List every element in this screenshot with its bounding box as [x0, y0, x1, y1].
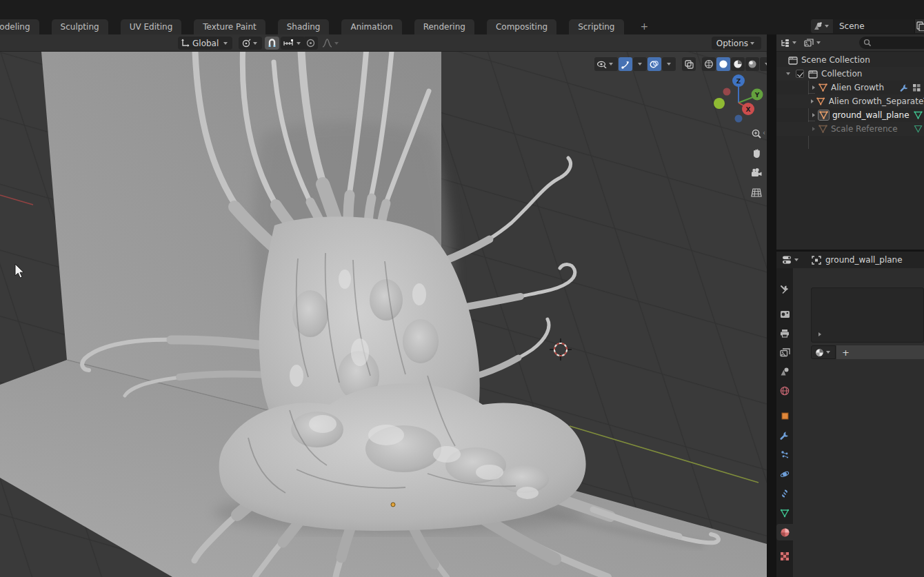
- object-visibility-dropdown[interactable]: [594, 57, 618, 71]
- proportional-editing-button[interactable]: [303, 37, 318, 50]
- outliner-row-alien-growth-separate[interactable]: Alien Growth_SeparateT: [776, 94, 924, 108]
- chevron-down-icon: [638, 63, 642, 65]
- snap-with-dropdown[interactable]: [281, 37, 305, 50]
- chevron-down-icon: [667, 63, 671, 65]
- mesh-object-icon: [818, 125, 827, 133]
- object-square-icon: [781, 412, 790, 421]
- material-specials-expand-icon[interactable]: [818, 332, 821, 336]
- properties-tab-view-layer[interactable]: [776, 344, 793, 361]
- scene-selector: Scene: [811, 19, 924, 33]
- proportional-falloff-dropdown[interactable]: [319, 37, 343, 50]
- shading-dropdown[interactable]: [760, 57, 767, 71]
- tool-icon: [780, 285, 790, 294]
- overlays-icon: [650, 60, 659, 69]
- editor-type-dropdown[interactable]: [779, 39, 800, 48]
- properties-tab-particles[interactable]: [776, 447, 793, 463]
- display-mode-dropdown[interactable]: [803, 39, 824, 48]
- modifier-wrench-icon[interactable]: [900, 83, 909, 92]
- workspace-tab-modeling[interactable]: Modeling: [0, 19, 39, 34]
- transform-orientation-dropdown[interactable]: Global: [178, 37, 232, 50]
- camera-view-button[interactable]: [749, 165, 764, 181]
- new-scene-button[interactable]: [914, 19, 924, 33]
- properties-tab-constraints[interactable]: [776, 485, 793, 502]
- mesh-data-icon: [780, 509, 790, 518]
- properties-tab-modifiers[interactable]: [776, 427, 793, 444]
- editor-divider-vertical[interactable]: [767, 34, 776, 577]
- workspace-tab-compositing[interactable]: Compositing: [487, 19, 556, 34]
- outliner-row-alien-growth[interactable]: Alien Growth: [776, 81, 924, 94]
- camera-icon: [751, 168, 763, 178]
- expand-icon[interactable]: [812, 113, 815, 117]
- expand-icon[interactable]: [786, 72, 790, 75]
- expand-icon[interactable]: [812, 127, 815, 131]
- workspace-tab-sculpting[interactable]: Sculpting: [52, 19, 108, 34]
- shading-rendered-button[interactable]: [745, 57, 759, 71]
- shading-material-preview-button[interactable]: [731, 57, 745, 71]
- properties-tab-object-data[interactable]: [776, 505, 793, 521]
- pivot-point-dropdown[interactable]: [239, 37, 262, 50]
- properties-tab-material[interactable]: [776, 524, 793, 540]
- outliner-row-scale-reference[interactable]: Scale Reference: [776, 122, 924, 136]
- properties-header: ground_wall_plane: [776, 252, 924, 268]
- xray-toggle[interactable]: [682, 57, 696, 71]
- orientation-label: Global: [190, 39, 221, 48]
- properties-tab-output[interactable]: [776, 325, 793, 341]
- workspace-tab-rendering[interactable]: Rendering: [414, 19, 474, 34]
- chevron-down-icon: [297, 42, 301, 45]
- overlays-toggle[interactable]: [647, 57, 661, 71]
- navigation-gizmo[interactable]: Z Y X: [709, 71, 767, 132]
- mesh-data-icon[interactable]: [914, 111, 923, 119]
- array-modifier-icon[interactable]: [912, 83, 921, 92]
- toggle-ortho-button[interactable]: [749, 185, 764, 200]
- snap-toggle-button[interactable]: [265, 37, 279, 50]
- shading-solid-button[interactable]: [716, 57, 730, 71]
- chevron-down-icon: [826, 351, 830, 354]
- zoom-button[interactable]: [749, 126, 764, 141]
- add-workspace-button[interactable]: +: [636, 18, 653, 34]
- options-button[interactable]: Options: [712, 37, 761, 50]
- properties-tab-scene[interactable]: [776, 363, 793, 380]
- workspace-tab-animation[interactable]: Animation: [341, 19, 401, 34]
- outliner-label: Collection: [821, 69, 862, 79]
- properties-tab-physics[interactable]: [776, 466, 793, 483]
- properties-tab-world[interactable]: [776, 383, 793, 399]
- scene-name-field[interactable]: Scene: [833, 19, 914, 33]
- xray-icon: [685, 60, 694, 69]
- gizmos-dropdown[interactable]: [633, 57, 647, 71]
- properties-tab-object[interactable]: [776, 407, 793, 424]
- outliner-search-field[interactable]: [859, 37, 924, 49]
- properties-tab-texture[interactable]: [776, 548, 793, 565]
- object-origin-dot: [391, 503, 395, 507]
- scene-browse-button[interactable]: [811, 19, 833, 33]
- workspace-tab-texture-paint[interactable]: Texture Paint: [194, 19, 265, 34]
- collection-checkbox[interactable]: [796, 70, 804, 78]
- chevron-down-icon: [816, 41, 821, 44]
- properties-editor: ground_wall_plane: [776, 252, 924, 577]
- gizmo-axis-neg-y: [714, 98, 725, 109]
- collection-icon: [788, 56, 798, 65]
- viewport-3d[interactable]: Z Y X ‹: [0, 52, 767, 577]
- material-slots-list[interactable]: [811, 287, 924, 343]
- outliner-row-ground-wall-plane[interactable]: ground_wall_plane: [776, 108, 924, 122]
- mesh-data-outline-icon[interactable]: [914, 125, 923, 133]
- workspace-tab-uv-editing[interactable]: UV Editing: [121, 19, 182, 34]
- gizmos-toggle[interactable]: [619, 57, 632, 71]
- outliner-label: ground_wall_plane: [832, 110, 910, 120]
- properties-editor-type-dropdown[interactable]: [781, 255, 802, 265]
- shading-wireframe-button[interactable]: [702, 57, 716, 71]
- pan-button[interactable]: [749, 145, 764, 161]
- copy-icon: [916, 21, 924, 31]
- properties-icon: [782, 255, 792, 265]
- outliner-row-collection[interactable]: Collection: [776, 67, 924, 81]
- workspace-tab-shading[interactable]: Shading: [278, 19, 330, 34]
- overlays-dropdown[interactable]: [662, 57, 676, 71]
- expand-icon[interactable]: [812, 85, 815, 90]
- workspace-tab-scripting[interactable]: Scripting: [569, 19, 623, 34]
- browse-material-button[interactable]: [811, 345, 836, 359]
- properties-tab-tool[interactable]: [776, 281, 793, 298]
- outliner-row-scene-collection[interactable]: Scene Collection: [776, 53, 924, 67]
- properties-tab-render[interactable]: [776, 305, 793, 322]
- hand-icon: [752, 148, 762, 159]
- expand-icon[interactable]: [811, 99, 814, 103]
- new-material-button[interactable]: +: [836, 345, 924, 359]
